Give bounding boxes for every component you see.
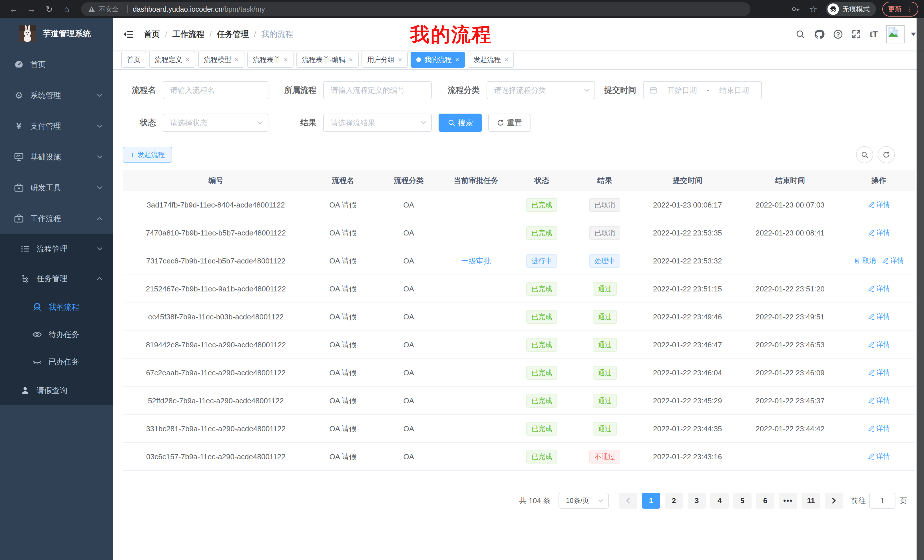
status-value[interactable] [163, 114, 268, 132]
refresh-table-button[interactable] [878, 146, 895, 163]
sidebar-item-system[interactable]: ⚙ 系统管理 [0, 80, 113, 111]
home-icon[interactable]: ⌂ [60, 3, 73, 15]
forward-icon[interactable]: → [25, 3, 38, 15]
prev-page-button[interactable] [619, 493, 638, 509]
detail-link[interactable]: 详情 [868, 396, 890, 405]
search-icon[interactable] [795, 29, 805, 39]
tab-user-group[interactable]: 用户分组 × [362, 52, 408, 67]
cell-task [440, 387, 512, 415]
current-task-link[interactable]: 一级审批 [461, 257, 491, 265]
cancel-link[interactable]: 取消 [854, 256, 876, 265]
tab-process-form-edit[interactable]: 流程表单-编辑 × [296, 52, 358, 67]
sidebar-item-workflow[interactable]: 工作流程 [0, 203, 113, 234]
fullscreen-icon[interactable] [852, 29, 861, 39]
page-size-value[interactable] [558, 493, 609, 509]
close-icon[interactable]: × [455, 55, 459, 64]
page-button-2[interactable]: 2 [665, 493, 683, 509]
close-icon[interactable]: × [284, 55, 288, 64]
end-date-placeholder[interactable]: 结束日期 [713, 85, 756, 95]
sidebar-item-process-mgmt[interactable]: 流程管理 [0, 234, 113, 264]
start-date-placeholder[interactable]: 开始日期 [661, 85, 704, 95]
page-button-11[interactable]: 11 [802, 493, 820, 509]
sidebar-item-home[interactable]: 首页 [0, 49, 113, 80]
page-button-5[interactable]: 5 [733, 493, 752, 509]
close-icon[interactable]: × [504, 55, 508, 64]
detail-link[interactable]: 详情 [868, 452, 890, 461]
detail-link[interactable]: 详情 [882, 256, 904, 265]
close-icon[interactable]: × [398, 55, 402, 64]
process-definition-input[interactable] [323, 81, 432, 99]
close-icon[interactable]: × [235, 55, 239, 64]
page-button-1[interactable]: 1 [642, 493, 660, 509]
page-button-6[interactable]: 6 [756, 493, 774, 509]
detail-link[interactable]: 详情 [868, 200, 890, 209]
github-icon[interactable] [814, 29, 825, 40]
search-button[interactable]: 搜索 [439, 114, 482, 132]
key-icon[interactable] [791, 4, 801, 14]
back-icon[interactable]: ← [8, 3, 20, 15]
page-button-4[interactable]: 4 [710, 493, 729, 509]
detail-link[interactable]: 详情 [868, 228, 890, 237]
page-size-select[interactable] [558, 493, 609, 509]
breadcrumb-item[interactable]: 首页 [144, 29, 160, 40]
tab-start-process[interactable]: 发起流程 × [468, 52, 514, 67]
status-select[interactable] [163, 114, 268, 132]
close-icon[interactable]: × [186, 55, 190, 64]
bookmark-star-icon[interactable]: ☆ [807, 3, 819, 15]
start-process-button[interactable]: + 发起流程 [123, 147, 172, 163]
reset-button[interactable]: 重置 [488, 114, 531, 132]
detail-link[interactable]: 详情 [868, 424, 890, 433]
font-size-icon[interactable]: tT [870, 29, 878, 39]
sidebar-item-infra[interactable]: 基础设施 [0, 142, 113, 172]
detail-link[interactable]: 详情 [868, 284, 890, 293]
sidebar-item-leave-query[interactable]: 请假查询 [0, 376, 113, 405]
result-select[interactable] [323, 114, 432, 132]
tab-my-process[interactable]: 我的流程 × [411, 52, 465, 67]
help-icon[interactable] [833, 29, 843, 39]
breadcrumb-item[interactable]: 任务管理 [217, 29, 249, 40]
window-scrollbar[interactable] [916, 18, 924, 560]
tab-process-form[interactable]: 流程表单 × [247, 52, 294, 67]
reload-icon[interactable]: ↻ [43, 3, 56, 15]
sidebar-item-todo-tasks[interactable]: 待办任务 [0, 321, 113, 348]
goto-page-input[interactable] [869, 493, 896, 509]
tab-process-definition[interactable]: 流程定义 × [149, 52, 195, 67]
cell-task [440, 443, 512, 471]
process-category-value[interactable] [486, 81, 595, 99]
close-icon[interactable]: × [349, 55, 353, 64]
breadcrumb-item[interactable]: 工作流程 [172, 29, 204, 40]
sidebar-item-label: 基础设施 [30, 152, 61, 162]
next-page-button[interactable] [825, 493, 843, 509]
detail-link[interactable]: 详情 [868, 312, 890, 321]
address-bar[interactable]: 不安全 dashboard.yudao.iocoder.cn/bpm/task/… [81, 2, 750, 16]
sidebar-item-done-tasks[interactable]: 已办任务 [0, 348, 113, 376]
page-button-3[interactable]: 3 [688, 493, 706, 509]
avatar-caret-icon[interactable] [911, 33, 916, 36]
sidebar-item-devtools[interactable]: 研发工具 [0, 172, 113, 203]
tab-process-model[interactable]: 流程模型 × [198, 52, 244, 67]
browser-menu-icon[interactable]: ⋮ [906, 5, 913, 13]
process-category-select[interactable] [486, 81, 595, 99]
toggle-search-button[interactable] [856, 146, 873, 163]
avatar[interactable] [886, 25, 904, 43]
date-range-picker[interactable]: 开始日期 - 结束日期 [643, 81, 762, 99]
col-header-result: 结果 [572, 170, 638, 191]
more-pages-button[interactable]: ••• [779, 493, 797, 509]
sidebar-item-task-mgmt[interactable]: 任务管理 [0, 264, 113, 293]
sidebar-collapse-icon[interactable] [121, 27, 136, 42]
cell-end-time: 2022-01-23 00:07:03 [738, 191, 843, 219]
sidebar-item-payment[interactable]: ¥ 支付管理 [0, 111, 113, 142]
tab-home[interactable]: 首页 [121, 52, 146, 67]
chevron-down-icon [96, 123, 103, 129]
detail-link[interactable]: 详情 [868, 368, 890, 377]
update-label: 更新 [888, 4, 902, 14]
col-header-status: 状态 [512, 170, 572, 191]
update-button[interactable]: 更新 ⋮ [882, 2, 918, 16]
search-button-label: 搜索 [458, 118, 473, 128]
process-name-input[interactable] [163, 81, 268, 99]
cell-submit-time: 2022-01-22 23:53:32 [638, 247, 738, 275]
cell-task [440, 359, 512, 387]
sidebar-item-my-process[interactable]: 我的流程 [0, 293, 113, 321]
detail-link[interactable]: 详情 [868, 340, 890, 349]
result-value[interactable] [323, 114, 432, 132]
